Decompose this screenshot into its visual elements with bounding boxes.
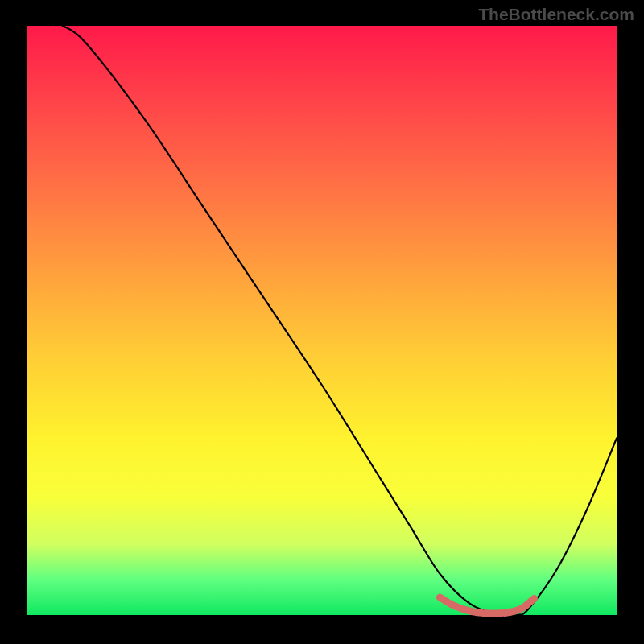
bottleneck-curve-path bbox=[63, 26, 617, 616]
optimal-band-path bbox=[440, 597, 534, 613]
chart-svg bbox=[27, 26, 617, 615]
watermark-text: TheBottleneck.com bbox=[478, 5, 634, 24]
chart-plot-area bbox=[27, 26, 617, 615]
